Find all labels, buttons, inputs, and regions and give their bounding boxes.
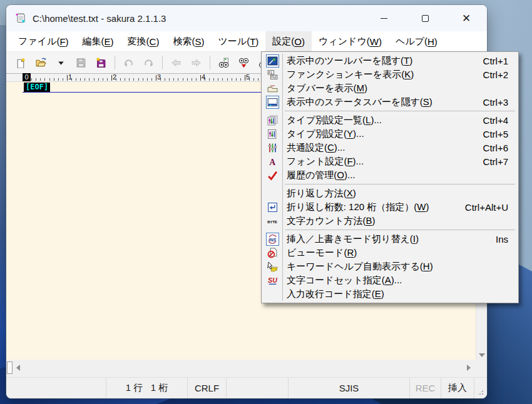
statusbar-charset[interactable]: SJIS: [289, 378, 410, 398]
toolbar-separator: [210, 56, 210, 69]
statusbar-macro-record[interactable]: REC: [410, 378, 441, 398]
menu-item[interactable]: 表示中のツールバーを隠す(T)Ctrl+1: [262, 54, 518, 68]
ruler-number: 3: [157, 73, 161, 81]
menu-item[interactable]: 共通設定(C)...Ctrl+6: [262, 141, 518, 154]
wrap-width-icon: [262, 202, 283, 213]
search-next-icon: [238, 58, 249, 68]
menubar-item[interactable]: 設定(O): [265, 31, 312, 51]
jump-forward-icon: [191, 58, 202, 68]
menu-item-label: 入力改行コード指定(E): [287, 288, 384, 300]
svg-text:A: A: [269, 157, 275, 166]
scroll-down-icon[interactable]: [479, 353, 485, 357]
statusbar-message: [6, 378, 106, 398]
menu-item-shortcut: Ctrl+6: [483, 143, 518, 153]
menubar-item[interactable]: 検索(S): [166, 31, 211, 51]
resize-grip-icon: [477, 388, 484, 395]
close-button[interactable]: ✕: [446, 5, 487, 31]
titlebar[interactable]: C:\home\test.txt - sakura 2.1.1.3 ✕: [6, 5, 487, 31]
undo-icon: [123, 58, 134, 68]
window-controls: ✕: [363, 5, 487, 31]
function-key-icon: F1F12: [262, 69, 283, 80]
scroll-right-button[interactable]: [463, 361, 474, 375]
sakura-app-icon[interactable]: [14, 12, 27, 24]
statusbar-spacer: [227, 378, 289, 398]
menu-item[interactable]: INS挿入／上書きモード切り替え(I)Ins: [262, 232, 518, 246]
svg-text:INS: INS: [269, 237, 276, 243]
settings-menu: 表示中のツールバーを隠す(T)Ctrl+1F1F12ファンクションキーを表示(K…: [261, 51, 519, 303]
open-file-icon: [36, 58, 46, 68]
menu-item[interactable]: タイプ別設定(Y)...Ctrl+5: [262, 127, 518, 141]
svg-text:BYTE: BYTE: [267, 220, 277, 223]
menu-item[interactable]: ビューモード(R): [262, 246, 518, 260]
font-settings-icon: A: [262, 156, 283, 167]
scroll-right-icon: [467, 365, 471, 371]
menu-item[interactable]: F1F12ファンクションキーを表示(K)Ctrl+2: [262, 68, 518, 81]
menu-item-label: タイプ別設定(Y)...: [287, 128, 364, 140]
menu-item-shortcut: Ctrl+1: [483, 56, 518, 66]
save-as-button[interactable]: [93, 54, 109, 71]
jump-forward-button[interactable]: [188, 54, 204, 71]
redo-button[interactable]: [140, 54, 156, 71]
menu-item-shortcut: Ctrl+2: [483, 69, 518, 80]
menu-item[interactable]: 折り返し方法(X): [262, 186, 518, 200]
toolbar-separator: [162, 56, 163, 69]
menu-item[interactable]: Aフォント設定(F)...Ctrl+7: [262, 154, 518, 168]
menu-item[interactable]: BYTE文字カウント方法(B): [262, 214, 518, 228]
undo-button[interactable]: [120, 54, 136, 71]
menu-item[interactable]: SU文字コードセット指定(A)...: [262, 273, 518, 287]
menu-item[interactable]: 履歴の管理(O)...: [262, 168, 518, 182]
byte-count-icon: BYTE: [262, 216, 283, 226]
menu-item[interactable]: キーワードヘルプ自動表示する(H): [262, 260, 518, 273]
resize-grip[interactable]: [474, 378, 487, 398]
menu-item[interactable]: 入力改行コード指定(E): [262, 287, 518, 301]
save-button[interactable]: [73, 54, 89, 71]
scroll-left-button[interactable]: [13, 361, 24, 375]
menu-separator: [285, 111, 515, 111]
menubar-item[interactable]: ツール(T): [211, 31, 265, 51]
save-icon: [76, 58, 86, 68]
statusbar-input-mode[interactable]: 挿入: [441, 378, 474, 398]
search-next-button[interactable]: [235, 54, 252, 71]
horizontal-scrollbar[interactable]: [6, 361, 487, 375]
menu-item-shortcut: Ctrl+7: [483, 156, 518, 167]
maximize-icon: [422, 15, 429, 22]
menu-item-label: 表示中のツールバーを隠す(T): [287, 55, 412, 67]
split-handle[interactable]: [7, 361, 13, 374]
menubar-item[interactable]: ファイル(F): [11, 31, 76, 51]
search-button[interactable]: [215, 54, 232, 71]
open-file-button[interactable]: [33, 54, 49, 71]
dropdown-arrow-icon: [56, 58, 66, 68]
menu-item[interactable]: 折り返し桁数: 120 桁（指定）(W)Ctrl+Alt+U: [262, 200, 518, 214]
menu-separator: [285, 184, 515, 184]
menu-item-label: フォント設定(F)...: [287, 156, 364, 168]
toolbar-icon: [266, 54, 279, 68]
dropdown-arrow-button[interactable]: [53, 54, 69, 71]
menu-item-label: タイプ別設定一覧(L)...: [287, 114, 382, 126]
menu-item-shortcut: Ctrl+5: [483, 129, 518, 139]
statusbar-line-ending[interactable]: CRLF: [188, 378, 227, 398]
type-settings-icon: [262, 129, 283, 139]
menu-item[interactable]: タブバーを表示(M): [262, 81, 518, 95]
minimize-button[interactable]: [363, 5, 404, 31]
jump-back-icon: [171, 58, 182, 68]
menu-item-label: ファンクションキーを表示(K): [287, 69, 414, 81]
menubar-item[interactable]: ヘルプ(H): [389, 31, 444, 51]
minimize-icon: [381, 18, 387, 19]
ruler-number: 5: [246, 73, 250, 81]
window-title: C:\home\test.txt - sakura 2.1.1.3: [33, 13, 166, 24]
statusbar: 1 行 1 桁CRLFSJISREC挿入: [6, 377, 487, 398]
save-as-icon: [96, 58, 106, 68]
menu-item-label: 表示中のステータスバーを隠す(S): [287, 96, 432, 108]
maximize-button[interactable]: [404, 5, 446, 31]
menu-item[interactable]: タイプ別設定一覧(L)...Ctrl+4: [262, 113, 518, 127]
jump-back-button[interactable]: [168, 54, 184, 71]
ruler-caret-indicator: 0: [23, 73, 31, 81]
menubar-item[interactable]: 変換(C): [121, 31, 166, 51]
menu-item[interactable]: 表示中のステータスバーを隠す(S)Ctrl+3: [262, 95, 518, 109]
menu-item-label: 折り返し方法(X): [287, 188, 356, 199]
menubar-item[interactable]: 編集(E): [76, 31, 121, 51]
menubar-item[interactable]: ウィンドウ(W): [312, 31, 389, 51]
new-file-button[interactable]: [13, 54, 29, 71]
charset-icon: SU: [262, 275, 283, 286]
close-icon: ✕: [462, 13, 471, 24]
